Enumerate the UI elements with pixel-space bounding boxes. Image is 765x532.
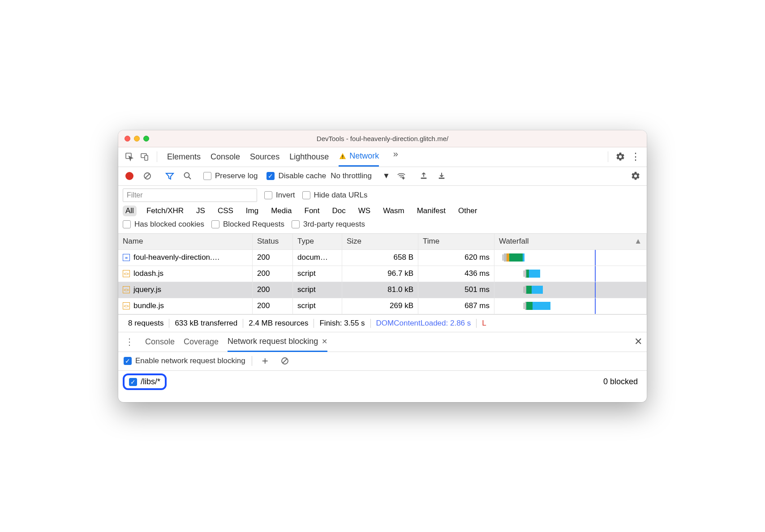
row-time: 620 ms (418, 250, 494, 266)
summary-requests: 8 requests (123, 319, 169, 328)
kebab-menu-icon[interactable]: ⋮ (629, 150, 642, 163)
maximize-window-button[interactable] (143, 136, 149, 142)
network-conditions-icon[interactable] (395, 169, 408, 183)
filter-chip-img[interactable]: Img (243, 206, 261, 216)
col-time[interactable]: Time (418, 234, 494, 249)
filter-chip-wasm[interactable]: Wasm (380, 206, 407, 216)
row-name: bundle.js (133, 301, 164, 310)
filter-chip-media[interactable]: Media (268, 206, 294, 216)
close-window-button[interactable] (125, 136, 130, 142)
filter-chip-ws[interactable]: WS (356, 206, 373, 216)
network-table: Name Status Type Size Time Waterfall ▲ ≡… (118, 234, 647, 314)
enable-blocking-label: Enable network request blocking (135, 356, 245, 365)
filter-chip-fetchxhr[interactable]: Fetch/XHR (144, 206, 186, 216)
row-type: docum… (293, 250, 342, 266)
filter-icon[interactable] (163, 169, 176, 183)
disable-cache-checkbox[interactable]: ✓ Disable cache (266, 172, 326, 180)
drawer-tab-coverage[interactable]: Coverage (184, 332, 219, 352)
export-har-icon[interactable] (435, 169, 448, 183)
throttling-select[interactable]: No throttling ▼ (331, 172, 390, 180)
pattern-text: /libs/* (141, 377, 160, 386)
pattern-checkbox[interactable]: ✓ (129, 378, 137, 386)
filter-chip-doc[interactable]: Doc (330, 206, 348, 216)
row-status: 200 (253, 282, 293, 298)
row-waterfall (494, 266, 647, 282)
row-size: 658 B (342, 250, 418, 266)
drawer-tab-console[interactable]: Console (145, 332, 175, 352)
table-row[interactable]: <>lodash.js200script96.7 kB436 ms (118, 266, 647, 282)
row-size: 269 kB (342, 298, 418, 314)
filter-input[interactable]: Filter (123, 189, 257, 202)
row-name: jquery.js (133, 285, 161, 294)
row-name: lodash.js (133, 269, 163, 278)
tab-console[interactable]: Console (211, 147, 240, 167)
has-blocked-cookies-checkbox[interactable]: Has blocked cookies (123, 220, 204, 229)
clear-icon[interactable] (141, 169, 154, 183)
devtools-window: DevTools - foul-heavenly-direction.glitc… (118, 130, 647, 402)
tab-network[interactable]: Network (339, 147, 379, 167)
blocked-requests-checkbox[interactable]: Blocked Requests (211, 220, 284, 229)
inspect-element-icon[interactable] (123, 150, 136, 163)
col-name[interactable]: Name (118, 234, 253, 249)
tab-sources[interactable]: Sources (250, 147, 279, 167)
svg-line-8 (189, 177, 191, 180)
col-type[interactable]: Type (293, 234, 342, 249)
search-icon[interactable] (181, 169, 194, 183)
row-type: script (293, 266, 342, 282)
col-status[interactable]: Status (253, 234, 293, 249)
drawer-tab-blocking[interactable]: Network request blocking ✕ (228, 332, 327, 352)
row-time: 436 ms (418, 266, 494, 282)
close-drawer-icon[interactable]: ✕ (634, 336, 642, 348)
svg-rect-4 (342, 158, 343, 159)
col-waterfall[interactable]: Waterfall ▲ (494, 234, 647, 249)
table-row[interactable]: <>jquery.js200script81.0 kB501 ms (118, 282, 647, 298)
invert-checkbox[interactable]: Invert (264, 191, 295, 200)
record-button[interactable] (123, 169, 136, 183)
row-waterfall (494, 282, 647, 298)
tab-lighthouse[interactable]: Lighthouse (289, 147, 329, 167)
filter-chip-all[interactable]: All (123, 206, 137, 216)
table-row[interactable]: ≡foul-heavenly-direction.…200docum…658 B… (118, 250, 647, 266)
hide-data-urls-label: Hide data URLs (314, 191, 368, 200)
filter-chip-manifest[interactable]: Manifest (414, 206, 448, 216)
close-tab-icon[interactable]: ✕ (322, 337, 327, 346)
svg-line-13 (283, 359, 287, 363)
network-settings-icon[interactable] (629, 169, 642, 183)
table-row[interactable]: <>bundle.js200script269 kB687 ms (118, 298, 647, 314)
row-type: script (293, 298, 342, 314)
remove-all-patterns-icon[interactable] (278, 354, 292, 368)
import-har-icon[interactable] (417, 169, 430, 183)
tab-elements[interactable]: Elements (167, 147, 201, 167)
preserve-log-checkbox[interactable]: Preserve log (203, 172, 258, 180)
settings-icon[interactable] (614, 150, 627, 163)
svg-rect-2 (145, 155, 148, 160)
titlebar: DevTools - foul-heavenly-direction.glitc… (118, 130, 647, 147)
enable-blocking-checkbox[interactable]: ✓ Enable network request blocking (124, 356, 245, 365)
network-toolbar: Preserve log ✓ Disable cache No throttli… (118, 167, 647, 186)
filter-chip-other[interactable]: Other (456, 206, 480, 216)
drawer-tab-blocking-label: Network request blocking (228, 337, 318, 346)
disable-cache-label: Disable cache (278, 172, 326, 180)
drawer-kebab-icon[interactable]: ⋮ (123, 335, 136, 348)
summary-finish: Finish: 3.55 s (314, 319, 370, 328)
third-party-checkbox[interactable]: 3rd-party requests (292, 220, 365, 229)
tab-network-label: Network (349, 151, 379, 161)
filter-chip-js[interactable]: JS (193, 206, 208, 216)
row-size: 96.7 kB (342, 266, 418, 282)
invert-label: Invert (276, 191, 295, 200)
hide-data-urls-checkbox[interactable]: Hide data URLs (302, 191, 368, 200)
blocked-count: 0 blocked (603, 377, 642, 386)
add-pattern-icon[interactable]: + (258, 354, 272, 368)
col-size[interactable]: Size (342, 234, 418, 249)
filter-chip-font[interactable]: Font (302, 206, 322, 216)
script-icon: <> (123, 270, 130, 277)
minimize-window-button[interactable] (134, 136, 140, 142)
more-tabs-icon[interactable]: » (389, 147, 402, 160)
filter-chip-css[interactable]: CSS (215, 206, 236, 216)
svg-rect-3 (342, 155, 343, 157)
block-pattern-row[interactable]: ✓ /libs/* 0 blocked (118, 371, 647, 393)
table-header: Name Status Type Size Time Waterfall ▲ (118, 234, 647, 250)
svg-line-6 (145, 174, 150, 178)
device-toggle-icon[interactable] (138, 150, 151, 163)
row-waterfall (494, 298, 647, 314)
